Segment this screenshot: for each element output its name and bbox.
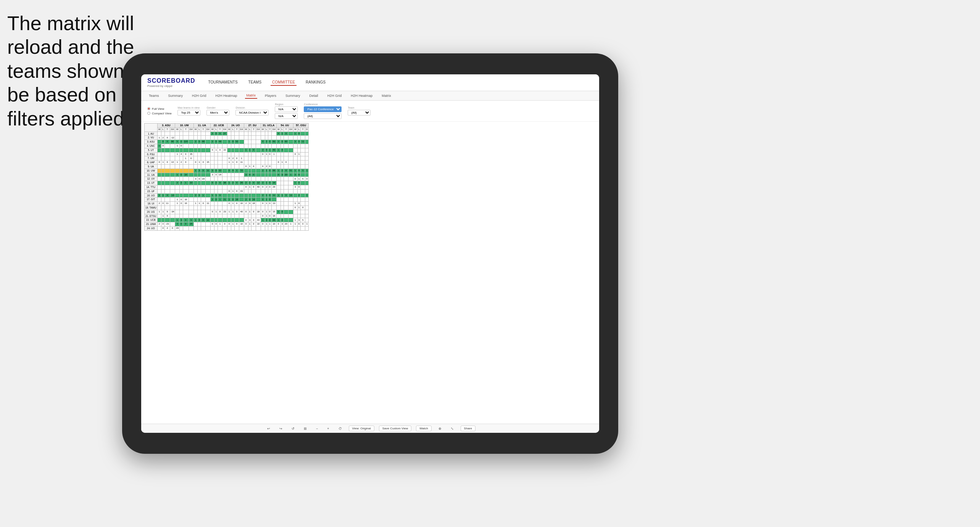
col-header-asu: 3. ASU <box>157 124 175 128</box>
compact-view-radio[interactable] <box>147 112 150 115</box>
sub-nav-matrix[interactable]: Matrix <box>245 93 258 99</box>
nav-tournaments[interactable]: TOURNAMENTS <box>207 79 239 86</box>
row-label-uo16: 16. UO <box>145 193 158 198</box>
sh-osu-l: L <box>297 128 301 132</box>
table-row: 8. UAF 01014 120 01015 11011 010 <box>145 161 309 165</box>
filter-bar: Full View Compact View Max teams in view… <box>141 101 599 122</box>
table-row: 11. UA 1010 3018 340 03201 30 <box>145 173 309 177</box>
table-row: 10. UW 13011 3032 04172 21066 12051 1451 <box>145 169 309 173</box>
matrix-content[interactable]: 3. ASU 10. UW 11. UA 22. UCB 24. UO 27. … <box>141 122 599 424</box>
save-custom-button[interactable]: Save Custom View <box>379 426 411 431</box>
sh-su-l: L <box>248 128 251 132</box>
sh-asu-d: Dif <box>170 128 175 132</box>
tablet-device: SCOREBOARD Powered by clippd TOURNAMENTS… <box>122 53 618 454</box>
sub-nav-summary2[interactable]: Summary <box>284 93 302 98</box>
table-row: 7. UM 10 0201 <box>145 156 309 161</box>
row-label-au: 1. AU <box>145 132 158 136</box>
sub-nav-h2h-heatmap[interactable]: H2H Heatmap <box>214 93 239 98</box>
nav-rankings[interactable]: RANKINGS <box>304 79 327 86</box>
table-row: 20. UG 110-34 01023 11040 01019 01015 10 <box>145 210 309 214</box>
main-nav: TOURNAMENTS TEAMS COMMITTEE RANKINGS <box>207 79 327 86</box>
sub-nav-matrix2[interactable]: Matrix <box>380 93 393 98</box>
gender-select[interactable]: Men's <box>206 110 229 116</box>
zoom-out-button[interactable]: − <box>314 426 320 431</box>
table-row: 14. TTU 01040 02029 30 <box>145 185 309 189</box>
nav-teams[interactable]: TEAMS <box>247 79 263 86</box>
sh-uw-d: Dif <box>189 128 193 132</box>
sh-ucla-t: T <box>268 128 272 132</box>
undo-button[interactable]: ↩ <box>265 426 272 431</box>
sh-uo-d: Dif <box>239 128 244 132</box>
team-label: Team <box>348 106 371 109</box>
sub-nav-players[interactable]: Players <box>263 93 278 98</box>
sh-asu-w: W <box>157 128 161 132</box>
sub-nav-summary[interactable]: Summary <box>167 93 185 98</box>
table-row: 24. UO 020 29 <box>145 226 309 230</box>
sh-ua-l: L <box>198 128 201 132</box>
bottom-toolbar: ↩ ↪ ↺ ⊞ − + ⏱ View: Original Save Custom… <box>141 424 599 433</box>
share-button[interactable]: Share <box>461 426 475 431</box>
sh-ua-d: Dif <box>205 128 210 132</box>
full-view-radio[interactable] <box>147 107 150 110</box>
region-select[interactable]: N/A <box>275 106 298 112</box>
full-view-option[interactable]: Full View <box>147 107 171 111</box>
sh-uw-w: W <box>175 128 180 132</box>
row-label-ut: 5. UT <box>145 148 158 152</box>
sub-nav-detail[interactable]: Detail <box>308 93 320 98</box>
sh-uo-w: W <box>227 128 231 132</box>
team-select[interactable]: (All) <box>348 110 371 116</box>
clock-button[interactable]: ⏱ <box>336 426 344 431</box>
corner-header <box>145 124 158 132</box>
sh-ucla-l: L <box>265 128 268 132</box>
region-sub-select[interactable]: N/A <box>275 113 298 119</box>
table-row: 1. AU 20027 010 10 <box>145 132 309 136</box>
logo-title: SCOREBOARD <box>147 77 195 84</box>
col-header-su: 27. SU <box>244 124 261 128</box>
max-teams-select[interactable]: Top 25 <box>177 110 200 116</box>
view-original-button[interactable]: View: Original <box>349 426 374 431</box>
watch-button[interactable]: Watch <box>416 426 431 431</box>
sub-nav-teams[interactable]: Teams <box>147 93 161 98</box>
nav-committee[interactable]: COMMITTEE <box>271 79 297 86</box>
app-header: SCOREBOARD Powered by clippd TOURNAMENTS… <box>141 74 599 91</box>
row-label-uf: 15. UF <box>145 189 158 193</box>
col-header-ucla: 31. UCLA <box>261 124 276 128</box>
row-label-fsu: 6. FSU <box>145 152 158 156</box>
region-label: Region <box>275 103 298 106</box>
refresh-button[interactable]: ↺ <box>289 426 297 431</box>
matrix-table: 3. ASU 10. UW 11. UA 22. UCB 24. UO 27. … <box>144 123 309 231</box>
row-label-unc: 4. UNC <box>145 144 158 148</box>
sh-su-t: T <box>251 128 256 132</box>
row-label-ttu: 14. TTU <box>145 185 158 189</box>
row-label-ucb: 22. UCB <box>145 218 158 222</box>
table-row: 6. FSU 14035 0101 01 <box>145 152 309 156</box>
redo-button[interactable]: ↪ <box>277 426 285 431</box>
matrix-wrapper[interactable]: 3. ASU 10. UW 11. UA 22. UCB 24. UO 27. … <box>144 123 596 231</box>
share-icon-btn[interactable]: ⊕ <box>436 426 444 431</box>
sub-nav-h2h-heatmap2[interactable]: H2H Heatmap <box>349 93 374 98</box>
table-row: 9. UA 010 020 <box>145 164 309 169</box>
division-filter: Division NCAA Division I <box>235 106 269 116</box>
sh-uu-w: W <box>276 128 280 132</box>
conference-sub-select[interactable]: (All) <box>304 113 342 119</box>
zoom-reset-button[interactable]: + <box>325 426 331 431</box>
row-label-vu: 2. VU <box>145 136 158 140</box>
row-label-uv: 12. UV <box>145 177 158 181</box>
table-row: 3. ASU 4080 50120 2048 2048 1052 02083 2… <box>145 140 309 144</box>
gender-filter: Gender Men's <box>206 106 229 116</box>
resize-button[interactable]: ⤡ <box>448 426 456 431</box>
sh-uo-l: L <box>231 128 235 132</box>
sub-nav-h2h-grid2[interactable]: H2H Grid <box>326 93 343 98</box>
conference-select[interactable]: Pac-12 Conference <box>304 106 342 112</box>
table-row: 21. ETSU 10 01016 <box>145 214 309 218</box>
col-header-ua: 11. UA <box>193 124 210 128</box>
table-row: 12. UV 3018 0150 <box>145 177 309 181</box>
conference-label: Conference <box>304 103 342 106</box>
division-select[interactable]: NCAA Division I <box>235 110 269 116</box>
sub-nav-h2h-grid[interactable]: H2H Grid <box>190 93 208 98</box>
row-label-uw: 10. UW <box>145 169 158 173</box>
compact-view-option[interactable]: Compact View <box>147 112 171 115</box>
zoom-fit-button[interactable]: ⊞ <box>301 426 309 431</box>
conference-filter: Conference Pac-12 Conference (All) <box>304 103 342 119</box>
row-label-tamu: 19. TAMU <box>145 206 158 210</box>
